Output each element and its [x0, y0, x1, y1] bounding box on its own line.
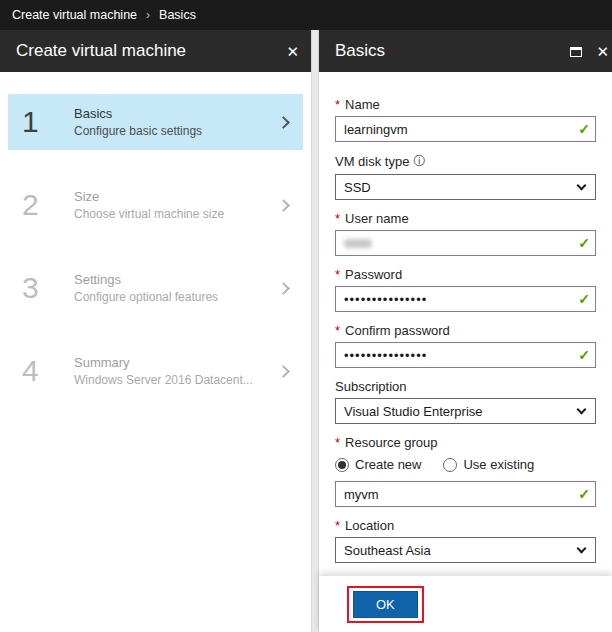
breadcrumb-separator-icon: › [146, 8, 150, 22]
valid-check-icon: ✓ [578, 347, 590, 363]
field-vm-disk-type: VM disk type ⓘ SSD [335, 153, 596, 200]
field-confirm-password: Confirm password ••••••••••••••• ✓ [335, 323, 596, 368]
chevron-right-icon [277, 199, 290, 212]
valid-check-icon: ✓ [578, 235, 590, 251]
annotation-highlight: OK [347, 586, 424, 623]
basics-blade-header: Basics ✕ [319, 30, 612, 72]
chevron-right-icon [277, 282, 290, 295]
step-label: Size [74, 189, 279, 204]
radio-unselected-icon [443, 458, 457, 472]
field-subscription: Subscription Visual Studio Enterprise [335, 379, 596, 424]
step-size[interactable]: 2 Size Choose virtual machine size [8, 177, 303, 233]
valid-check-icon: ✓ [578, 121, 590, 137]
step-summary[interactable]: 4 Summary Windows Server 2016 Datacent..… [8, 343, 303, 399]
step-sublabel: Windows Server 2016 Datacent... [74, 373, 279, 387]
location-dropdown[interactable]: Southeast Asia [335, 537, 596, 563]
maximize-icon[interactable] [570, 44, 582, 59]
subscription-label: Subscription [335, 379, 407, 394]
subscription-value: Visual Studio Enterprise [344, 404, 483, 419]
step-label: Basics [74, 106, 279, 121]
password-label: Password [345, 267, 402, 282]
breadcrumb-item-basics[interactable]: Basics [159, 8, 196, 22]
step-label: Summary [74, 355, 279, 370]
chevron-down-icon [577, 405, 587, 415]
vm-disk-type-dropdown[interactable]: SSD [335, 174, 596, 200]
ok-button[interactable]: OK [353, 591, 418, 618]
user-name-input[interactable]: ✓ [335, 230, 596, 256]
chevron-right-icon [277, 365, 290, 378]
breadcrumb: Create virtual machine › Basics [0, 0, 612, 30]
chevron-down-icon [577, 544, 587, 554]
basics-form: Name learningvm ✓ VM disk type ⓘ SSD Use… [319, 72, 612, 563]
close-icon[interactable]: ✕ [596, 44, 609, 59]
info-icon[interactable]: ⓘ [413, 153, 425, 170]
create-vm-blade: Create virtual machine ✕ 1 Basics Config… [0, 30, 312, 632]
user-name-label: User name [345, 211, 409, 226]
step-sublabel: Configure optional features [74, 290, 279, 304]
step-sublabel: Configure basic settings [74, 124, 279, 138]
step-sublabel: Choose virtual machine size [74, 207, 279, 221]
radio-use-existing[interactable]: Use existing [443, 457, 534, 472]
create-vm-blade-header: Create virtual machine ✕ [0, 30, 311, 72]
valid-check-icon: ✓ [578, 291, 590, 307]
step-settings[interactable]: 3 Settings Configure optional features [8, 260, 303, 316]
basics-blade-title: Basics [335, 41, 556, 61]
confirm-password-label: Confirm password [345, 323, 450, 338]
vm-disk-type-label: VM disk type [335, 154, 409, 169]
wizard-steps: 1 Basics Configure basic settings 2 Size… [0, 72, 311, 399]
step-number: 2 [22, 188, 64, 222]
field-location: Location Southeast Asia [335, 518, 596, 563]
name-value: learningvm [344, 122, 408, 137]
field-user-name: User name ✓ [335, 211, 596, 256]
radio-create-new-label: Create new [355, 457, 421, 472]
subscription-dropdown[interactable]: Visual Studio Enterprise [335, 398, 596, 424]
step-number: 3 [22, 271, 64, 305]
valid-check-icon: ✓ [578, 486, 590, 502]
vm-disk-type-value: SSD [344, 180, 371, 195]
step-basics[interactable]: 1 Basics Configure basic settings [8, 94, 303, 150]
name-input[interactable]: learningvm ✓ [335, 116, 596, 142]
password-input[interactable]: ••••••••••••••• ✓ [335, 286, 596, 312]
chevron-right-icon [277, 116, 290, 129]
close-icon[interactable]: ✕ [286, 44, 299, 59]
step-number: 1 [22, 105, 64, 139]
field-password: Password ••••••••••••••• ✓ [335, 267, 596, 312]
password-value: ••••••••••••••• [344, 292, 427, 307]
chevron-down-icon [577, 181, 587, 191]
user-name-value-redacted [344, 239, 372, 248]
step-number: 4 [22, 354, 64, 388]
resource-group-label: Resource group [345, 435, 438, 450]
name-label: Name [345, 97, 380, 112]
location-value: Southeast Asia [344, 543, 431, 558]
field-name: Name learningvm ✓ [335, 97, 596, 142]
basics-blade: Basics ✕ Name learningvm ✓ VM disk type … [318, 30, 612, 632]
radio-create-new[interactable]: Create new [335, 457, 421, 472]
resource-group-radios: Create new Use existing [335, 457, 596, 472]
resource-group-input[interactable]: myvm ✓ [335, 481, 596, 507]
step-label: Settings [74, 272, 279, 287]
blade-footer: OK [319, 576, 612, 632]
breadcrumb-item-create-vm[interactable]: Create virtual machine [12, 8, 137, 22]
resource-group-value: myvm [344, 487, 379, 502]
confirm-password-input[interactable]: ••••••••••••••• ✓ [335, 342, 596, 368]
radio-selected-icon [335, 458, 349, 472]
confirm-password-value: ••••••••••••••• [344, 348, 427, 363]
create-vm-blade-title: Create virtual machine [16, 41, 272, 61]
field-resource-group: Resource group Create new Use existing m… [335, 435, 596, 507]
location-label: Location [345, 518, 394, 533]
radio-use-existing-label: Use existing [463, 457, 534, 472]
